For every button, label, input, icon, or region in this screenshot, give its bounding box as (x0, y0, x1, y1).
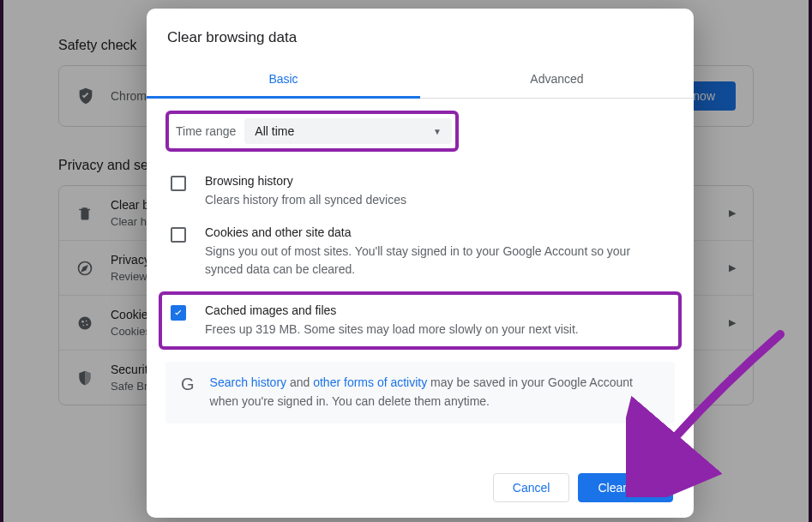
option-browsing-history: Browsing history Clears history from all… (165, 165, 675, 217)
dialog-footer: Cancel Clear data (147, 458, 694, 518)
dialog-tabs: Basic Advanced (147, 62, 694, 99)
clear-browsing-data-dialog: Clear browsing data Basic Advanced Time … (147, 9, 694, 518)
caret-down-icon: ▼ (433, 127, 442, 136)
time-range-highlight: Time range All time ▼ (165, 111, 459, 152)
google-g-icon: G (181, 375, 195, 411)
search-history-link[interactable]: Search history (210, 375, 286, 389)
google-account-info: G Search history and other forms of acti… (165, 362, 675, 423)
dialog-title: Clear browsing data (147, 9, 694, 62)
checkbox-cached[interactable] (171, 305, 186, 321)
option-cookies: Cookies and other site data Signs you ou… (165, 217, 675, 286)
time-range-label: Time range (172, 117, 244, 145)
option-cached-highlight: Cached images and files Frees up 319 MB.… (159, 291, 682, 350)
clear-data-button[interactable]: Clear data (578, 473, 673, 502)
other-activity-link[interactable]: other forms of activity (313, 375, 427, 389)
tab-basic[interactable]: Basic (147, 62, 420, 98)
cancel-button[interactable]: Cancel (493, 473, 570, 502)
checkbox-browsing-history[interactable] (171, 176, 186, 191)
checkbox-cookies[interactable] (171, 227, 186, 243)
tab-advanced[interactable]: Advanced (420, 62, 694, 98)
time-range-select[interactable]: All time ▼ (244, 118, 452, 144)
